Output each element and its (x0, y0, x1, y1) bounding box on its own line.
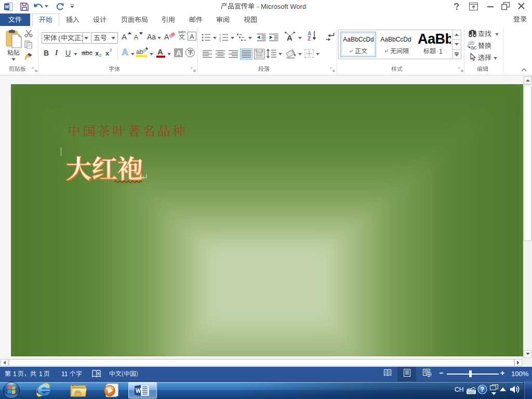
svg-text:3: 3 (219, 39, 221, 42)
svg-text:A: A (122, 47, 128, 57)
svg-text:?: ? (481, 386, 484, 393)
